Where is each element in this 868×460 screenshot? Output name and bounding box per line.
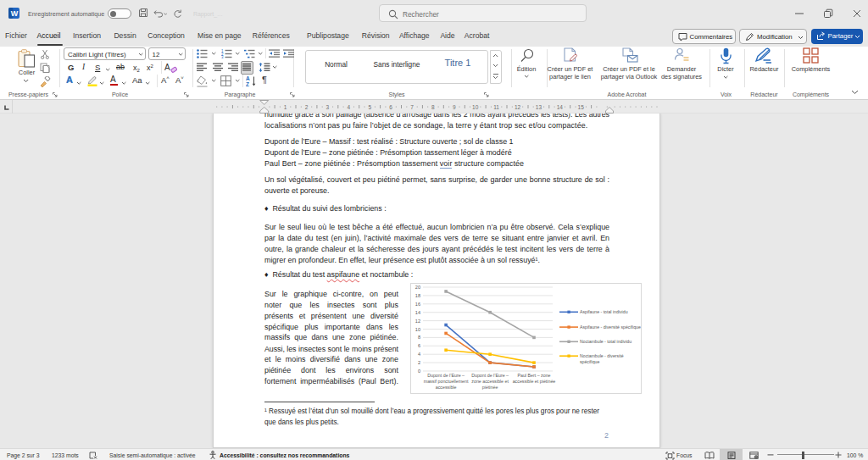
svg-text:9: 9 — [453, 104, 456, 110]
svg-text:11: 11 — [493, 104, 499, 110]
svg-text:13: 13 — [536, 104, 542, 110]
svg-text:1: 1 — [284, 104, 287, 110]
svg-text:10: 10 — [472, 104, 479, 110]
svg-text:12: 12 — [415, 319, 420, 324]
svg-text:W: W — [11, 9, 19, 18]
svg-text:12: 12 — [515, 104, 521, 110]
svg-text:accessible et piétinée: accessible et piétinée — [513, 379, 556, 384]
svg-text:2: 2 — [305, 104, 309, 110]
svg-text:piétinée: piétinée — [482, 385, 498, 390]
svg-text:spécifique: spécifique — [580, 359, 599, 364]
svg-text:Noctambule - diversité: Noctambule - diversité — [580, 353, 624, 358]
svg-text:14: 14 — [415, 310, 420, 315]
svg-text:3: 3 — [326, 104, 330, 110]
svg-text:10: 10 — [415, 327, 420, 332]
svg-text:massif ponctuellement: massif ponctuellement — [424, 379, 469, 384]
svg-text:14: 14 — [557, 104, 564, 110]
svg-text:15: 15 — [578, 104, 585, 110]
svg-text:16: 16 — [415, 302, 420, 307]
svg-text:Aspifaune - diversité spécifiq: Aspifaune - diversité spécifique — [580, 324, 641, 330]
svg-text:7: 7 — [410, 104, 414, 110]
svg-text:18: 18 — [415, 293, 420, 298]
svg-text:3: 3 — [221, 55, 224, 58]
svg-text:0: 0 — [418, 369, 420, 374]
svg-text:Z: Z — [246, 81, 249, 87]
svg-text:A: A — [246, 75, 250, 81]
svg-text:5: 5 — [368, 104, 371, 110]
svg-text:accessible: accessible — [436, 385, 457, 390]
svg-text:4: 4 — [347, 104, 350, 110]
svg-text:20: 20 — [415, 285, 420, 290]
svg-text:8: 8 — [431, 104, 435, 110]
svg-text:6: 6 — [418, 343, 420, 348]
svg-text:Noctambule - total individu: Noctambule - total individu — [580, 339, 632, 344]
svg-text:Aspifaune - total individu: Aspifaune - total individu — [580, 309, 628, 314]
svg-text:4: 4 — [418, 352, 420, 357]
svg-text:Paul Bert – zone: Paul Bert – zone — [517, 373, 550, 378]
svg-text:Dupont de l’Eure –: Dupont de l’Eure – — [427, 373, 465, 378]
svg-text:8: 8 — [418, 335, 420, 340]
svg-text:6: 6 — [389, 104, 392, 110]
svg-text:zone accessible et: zone accessible et — [471, 379, 509, 384]
svg-text:2: 2 — [418, 360, 420, 365]
svg-text:Dupont de l’Eure –: Dupont de l’Eure – — [471, 373, 509, 378]
